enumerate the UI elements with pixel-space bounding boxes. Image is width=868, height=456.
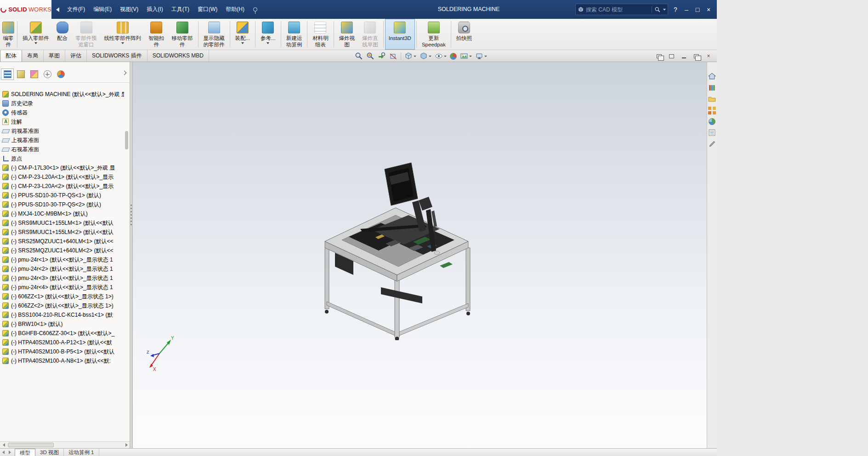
search-box[interactable] — [575, 4, 668, 15]
view-orientation-icon[interactable] — [404, 52, 416, 60]
component-preview-button[interactable]: 零部件预 览窗口 — [72, 19, 101, 50]
scroll-right-icon[interactable] — [123, 442, 130, 448]
tree-item[interactable]: (-) MXJ4-10C-M9BM<1> (默认) — [0, 209, 124, 218]
close-button[interactable]: × — [703, 0, 714, 19]
command-tab[interactable]: SOLIDWORKS 插件 — [87, 50, 148, 62]
display-style-icon[interactable] — [420, 52, 431, 60]
hide-show-items-icon[interactable] — [435, 52, 447, 60]
pin-menu-icon[interactable] — [253, 7, 257, 11]
apply-scene-icon[interactable] — [460, 52, 472, 60]
bill-of-materials-button[interactable]: 材料明 细表 — [309, 19, 332, 50]
view-settings-icon[interactable] — [475, 52, 487, 60]
tree-item[interactable]: 前视基准面 — [0, 126, 124, 136]
document-tab[interactable]: 模型 — [15, 449, 35, 456]
tree-item[interactable]: 传感器 — [0, 108, 124, 117]
dropdown-arrow-icon[interactable] — [484, 56, 487, 57]
scrollbar-thumb[interactable] — [8, 443, 54, 447]
smart-fasteners-button[interactable]: 智能扣 件 — [145, 19, 168, 50]
search-scope-icon[interactable] — [578, 6, 584, 13]
appearances-scenes-icon[interactable] — [709, 118, 715, 125]
displaymanager-tab[interactable] — [54, 68, 67, 80]
menu-item[interactable]: 插入(I) — [142, 0, 167, 19]
command-tab[interactable]: 草图 — [44, 50, 65, 62]
tree-item[interactable]: (-) SRS9MUUC1+155LM<1> (默认<<默认 — [0, 218, 124, 228]
doc-minimize-button[interactable] — [680, 52, 687, 60]
doc-window-next-button[interactable] — [668, 52, 675, 60]
tree-item[interactable]: (-) HTPA40S2M100-B-P5<1> (默认<<默认 — [0, 347, 124, 356]
propertymanager-tab[interactable] — [14, 68, 27, 80]
tree-item[interactable]: (-) BGHFB-C606ZZ-30<1> (默认<<默认>_ — [0, 329, 124, 338]
tree-item[interactable]: (-) PPUS-SD10-30-TP-QS<1> (默认) — [0, 191, 124, 200]
scroll-left-icon[interactable] — [0, 442, 7, 448]
previous-view-icon[interactable] — [378, 52, 386, 60]
dropdown-arrow-icon[interactable] — [267, 42, 269, 44]
dropdown-arrow-icon[interactable] — [241, 42, 244, 44]
tree-item[interactable]: (-) CM-P-23-L20A<2> (默认<<默认>_显示 — [0, 182, 124, 191]
dropdown-arrow-icon[interactable] — [34, 42, 37, 44]
instant3d-button[interactable]: Instant3D — [385, 19, 415, 50]
minimize-button[interactable]: – — [681, 0, 692, 19]
tree-item[interactable]: 上视基准面 — [0, 136, 124, 145]
document-tab[interactable]: 3D 视图 — [35, 449, 64, 456]
display-pane-expand-icon[interactable] — [123, 71, 126, 74]
tree-item[interactable]: (-) HTPA40S2M100-A-P12<1> (默认<<默 — [0, 338, 124, 347]
command-tab[interactable]: 配体 — [0, 50, 22, 62]
command-tab[interactable]: 评估 — [65, 50, 87, 62]
dropdown-arrow-icon[interactable] — [414, 56, 416, 57]
tree-item[interactable]: 原点 — [0, 154, 124, 163]
linear-component-pattern-button[interactable]: 线性零部件阵列 — [101, 19, 145, 50]
dropdown-arrow-icon[interactable] — [469, 56, 472, 57]
tree-item[interactable]: (-) PPUS-SD10-30-TP-QS<2> (默认) — [0, 200, 124, 209]
tree-item[interactable]: (-) SRS9MUUC1+155LM<2> (默认<<默认 — [0, 228, 124, 237]
view-palette-icon[interactable] — [708, 107, 716, 114]
configurationmanager-tab[interactable] — [28, 68, 40, 80]
menu-item[interactable]: 帮助(H) — [221, 0, 249, 19]
search-input[interactable] — [586, 6, 650, 13]
tree-item[interactable]: (-) BRW10<1> (默认) — [0, 319, 124, 329]
section-view-icon[interactable] — [389, 52, 397, 60]
exploded-view-button[interactable]: 爆炸视 图 — [335, 19, 359, 50]
menu-item[interactable]: 编辑(E) — [89, 0, 116, 19]
insert-components-button[interactable]: 插入零部件 — [19, 19, 53, 50]
show-hidden-components-button[interactable]: 显示隐藏 的零部件 — [200, 19, 228, 50]
new-motion-study-button[interactable]: 新建运 动算例 — [283, 19, 306, 50]
reference-geometry-button[interactable]: 参考... — [257, 19, 279, 50]
explode-line-sketch-button[interactable]: 爆炸直 线草图 — [358, 19, 382, 50]
tree-item[interactable]: (-) CM-P-17L30<1> (默认<<默认>_外观 显 — [0, 163, 124, 172]
help-button[interactable]: ? — [670, 0, 681, 19]
menu-item[interactable]: 文件(F) — [63, 0, 89, 19]
search-icon[interactable] — [652, 6, 661, 13]
doc-window-previous-button[interactable] — [655, 52, 663, 60]
assembly-features-button[interactable]: 装配... — [232, 19, 254, 50]
tree-item[interactable]: (-) pmu-24r<4> (默认<<默认>_显示状态 1 — [0, 283, 124, 292]
tree-vertical-scrollbar[interactable] — [125, 131, 128, 149]
splitter-grip[interactable] — [130, 205, 132, 226]
tree-item[interactable]: (-) pmu-24r<1> (默认<<默认>_显示状态 1 — [0, 255, 124, 264]
edit-component-button[interactable]: 编零 件 — [0, 19, 16, 50]
mate-button[interactable]: 配合 — [53, 19, 72, 50]
command-tab[interactable]: 布局 — [22, 50, 44, 62]
tab-scroll-left-icon[interactable] — [0, 450, 6, 454]
zoom-to-area-icon[interactable] — [366, 52, 374, 60]
take-snapshot-button[interactable]: 拍快照 — [453, 19, 476, 50]
tree-item[interactable]: (-) SRS25MQZUUC1+640LM<1> (默认<< — [0, 237, 124, 246]
tree-item[interactable]: (-) HTPA40S2M100-A-N8<1> (默认<<默: — [0, 356, 124, 365]
tree-item[interactable]: (-) pmu-24r<3> (默认<<默认>_显示状态 1 — [0, 274, 124, 283]
tree-horizontal-scrollbar[interactable] — [0, 441, 130, 448]
zoom-to-fit-icon[interactable] — [355, 52, 363, 60]
graphics-area[interactable]: Y X Z — [133, 62, 707, 448]
machine-3d-model[interactable] — [317, 156, 477, 340]
document-tab[interactable]: 运动算例 1 — [64, 449, 99, 456]
tree-item[interactable]: (-) BSS1004-210-RLC-KC14-bss1<1> (默 — [0, 310, 124, 319]
tree-item[interactable]: 历史记录 — [0, 99, 124, 108]
tree-item[interactable]: 注解 — [0, 117, 124, 126]
tree-item[interactable]: (-) CM-P-23-L20A<1> (默认<<默认>_显示 — [0, 172, 124, 182]
design-library-icon[interactable] — [708, 84, 716, 91]
tree-item[interactable]: (-) 606ZZ<1> (默认<<默认>_显示状态 1>) — [0, 292, 124, 301]
menu-item[interactable]: 视图(V) — [116, 0, 142, 19]
tab-scroll-right-icon[interactable] — [6, 450, 13, 454]
collapse-menu-icon[interactable] — [56, 7, 59, 12]
forum-icon[interactable] — [708, 140, 716, 148]
doc-close-button[interactable]: × — [705, 52, 712, 60]
move-component-button[interactable]: 移动零部 件 — [168, 19, 197, 50]
